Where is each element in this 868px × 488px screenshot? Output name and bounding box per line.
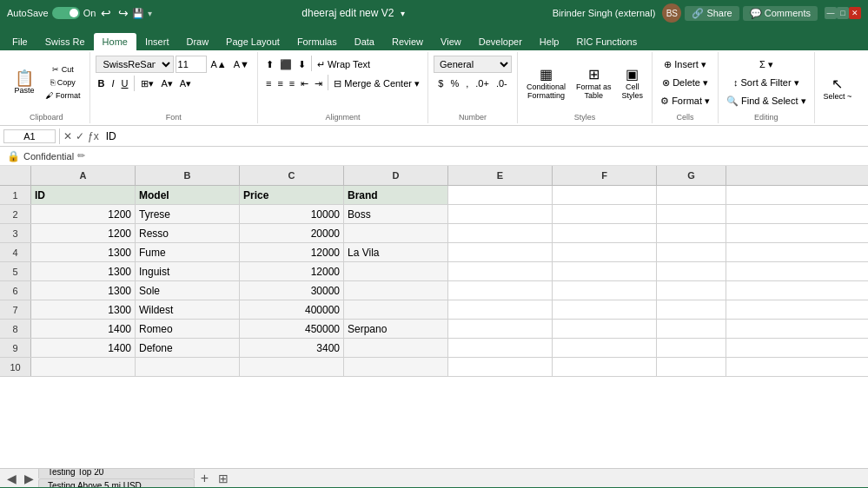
col-header-e[interactable]: E (448, 166, 553, 185)
cell-6-f[interactable] (553, 281, 657, 300)
cell-1-e[interactable] (448, 186, 553, 204)
cell-styles-button[interactable]: ▣ CellStyles (619, 64, 647, 102)
cell-8-a[interactable]: 1400 (31, 320, 136, 338)
align-left-button[interactable]: ≡ (263, 75, 274, 92)
cell-4-g[interactable] (657, 243, 726, 261)
cell-2-e[interactable] (448, 205, 553, 223)
undo-icon[interactable]: ↩ (101, 6, 111, 20)
comments-button[interactable]: 💬 Comments (743, 6, 818, 21)
cell-10-d[interactable] (344, 358, 448, 376)
number-format-selector[interactable]: General (434, 56, 512, 73)
conditional-formatting-button[interactable]: ▦ ConditionalFormatting (523, 64, 569, 102)
cell-7-f[interactable] (553, 300, 657, 319)
cell-4-f[interactable] (553, 243, 657, 261)
cell-7-e[interactable] (448, 300, 553, 319)
tab-data[interactable]: Data (346, 33, 383, 50)
format-cells-button[interactable]: ⚙ Format ▾ (658, 92, 712, 109)
tab-review[interactable]: Review (383, 33, 432, 50)
indent-inc-button[interactable]: ⇥ (312, 75, 325, 92)
format-as-table-button[interactable]: ⊞ Format asTable (573, 64, 615, 102)
indent-dec-button[interactable]: ⇤ (298, 75, 311, 92)
dropdown-icon[interactable]: ▾ (148, 9, 152, 18)
tab-draw[interactable]: Draw (177, 33, 217, 50)
filename-dropdown[interactable]: ▾ (401, 9, 405, 18)
cell-9-f[interactable] (553, 339, 657, 357)
underline-button[interactable]: U (119, 75, 131, 92)
cell-7-b[interactable]: Wildest (136, 300, 240, 319)
row-num-6[interactable]: 6 (0, 281, 31, 300)
tab-insert[interactable]: Insert (136, 33, 178, 50)
cell-9-e[interactable] (448, 339, 553, 357)
minimize-button[interactable]: — (825, 7, 837, 19)
row-num-7[interactable]: 7 (0, 300, 31, 319)
cell-8-f[interactable] (553, 320, 657, 338)
paste-button[interactable]: 📋 Paste (9, 69, 40, 96)
save-icon[interactable]: 💾 (132, 8, 144, 19)
cell-3-a[interactable]: 1200 (31, 224, 136, 242)
confidential-edit-icon[interactable]: ✏ (77, 150, 85, 162)
select-button[interactable]: ↖ Select ~ (820, 74, 856, 102)
tab-ric-functions[interactable]: RIC Functions (567, 33, 646, 50)
cell-10-b[interactable] (136, 358, 240, 376)
currency-button[interactable]: $ (435, 75, 446, 92)
tab-help[interactable]: Help (531, 33, 568, 50)
cell-5-d[interactable] (344, 262, 448, 280)
cell-8-e[interactable] (448, 320, 553, 338)
row-num-1[interactable]: 1 (0, 186, 31, 204)
align-center-button[interactable]: ≡ (275, 75, 285, 92)
cell-10-c[interactable] (240, 358, 344, 376)
share-button[interactable]: 🔗 Share (685, 6, 739, 21)
cell-8-b[interactable]: Romeo (136, 320, 240, 338)
row-num-5[interactable]: 5 (0, 262, 31, 280)
cell-3-d[interactable] (344, 224, 448, 242)
align-middle-button[interactable]: ⬛ (277, 56, 295, 73)
percent-button[interactable]: % (447, 75, 461, 92)
font-color-button[interactable]: A▾ (177, 75, 194, 92)
cell-4-b[interactable]: Fume (136, 243, 240, 261)
merge-center-button[interactable]: ⊟ Merge & Center ▾ (331, 75, 422, 92)
italic-button[interactable]: I (109, 75, 116, 92)
tab-formulas[interactable]: Formulas (288, 33, 346, 50)
cell-6-e[interactable] (448, 281, 553, 300)
row-num-4[interactable]: 4 (0, 243, 31, 261)
insert-cells-button[interactable]: ⊕ Insert ▾ (661, 56, 709, 73)
cell-4-a[interactable]: 1300 (31, 243, 136, 261)
decrease-font-button[interactable]: A▼ (231, 56, 252, 73)
cell-6-c[interactable]: 30000 (240, 281, 344, 300)
cell-5-b[interactable]: Inguist (136, 262, 240, 280)
bold-button[interactable]: B (96, 75, 108, 92)
add-sheet-button[interactable]: + (195, 471, 214, 486)
cell-5-c[interactable]: 12000 (240, 262, 344, 280)
cell-7-g[interactable] (657, 300, 726, 319)
find-select-button[interactable]: 🔍 Find & Select ▾ (724, 92, 809, 109)
cell-1-f[interactable] (553, 186, 657, 204)
cell-6-d[interactable] (344, 281, 448, 300)
tab-view[interactable]: View (432, 33, 470, 50)
cell-9-c[interactable]: 3400 (240, 339, 344, 357)
cell-8-g[interactable] (657, 320, 726, 338)
cell-3-e[interactable] (448, 224, 553, 242)
row-num-8[interactable]: 8 (0, 320, 31, 338)
cell-1-g[interactable] (657, 186, 726, 204)
accept-formula-icon[interactable]: ✓ (76, 130, 84, 142)
comma-button[interactable]: , (463, 75, 471, 92)
cell-3-f[interactable] (553, 224, 657, 242)
row-num-9[interactable]: 9 (0, 339, 31, 357)
cell-10-a[interactable] (31, 358, 136, 376)
cell-6-g[interactable] (657, 281, 726, 300)
row-num-10[interactable]: 10 (0, 358, 31, 376)
cell-3-b[interactable]: Resso (136, 224, 240, 242)
col-header-b[interactable]: B (136, 166, 240, 185)
cell-10-f[interactable] (553, 358, 657, 376)
redo-icon[interactable]: ↪ (118, 6, 129, 20)
cell-2-c[interactable]: 10000 (240, 205, 344, 223)
cell-5-g[interactable] (657, 262, 726, 280)
cell-2-a[interactable]: 1200 (31, 205, 136, 223)
tab-developer[interactable]: Developer (470, 33, 531, 50)
font-size-input[interactable] (176, 56, 207, 73)
align-top-button[interactable]: ⬆ (263, 56, 276, 73)
tab-file[interactable]: File (3, 33, 36, 50)
delete-cells-button[interactable]: ⊗ Delete ▾ (659, 74, 711, 91)
cut-button[interactable]: ✂ Cut (42, 63, 84, 76)
cell-3-c[interactable]: 20000 (240, 224, 344, 242)
